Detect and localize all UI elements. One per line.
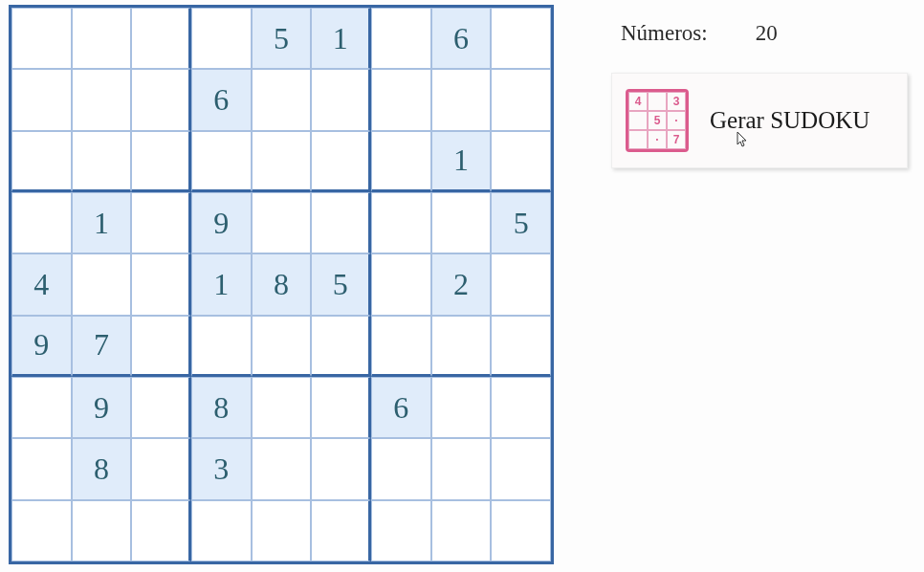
cursor-icon <box>737 131 750 152</box>
sudoku-cell[interactable] <box>131 131 191 192</box>
sudoku-cell[interactable] <box>191 500 252 561</box>
mini-icon-cell: · <box>667 111 686 130</box>
sudoku-cell[interactable] <box>311 316 371 377</box>
sudoku-cell[interactable] <box>252 500 312 561</box>
mini-icon-cell <box>648 92 667 111</box>
sudoku-cell[interactable]: 9 <box>191 192 252 253</box>
sudoku-cell[interactable] <box>191 8 252 69</box>
sudoku-cell[interactable] <box>72 69 132 130</box>
sudoku-cell[interactable] <box>72 8 132 69</box>
sudoku-cell[interactable] <box>491 500 551 561</box>
sudoku-cell[interactable] <box>252 377 312 438</box>
sudoku-cell[interactable] <box>371 316 431 377</box>
sudoku-cell[interactable] <box>131 316 191 377</box>
mini-icon-cell: 7 <box>667 130 686 149</box>
sudoku-icon: 435··7 <box>626 89 689 152</box>
sudoku-cell[interactable]: 8 <box>72 438 132 499</box>
sudoku-cell[interactable] <box>371 8 431 69</box>
sudoku-cell[interactable] <box>431 316 492 377</box>
sudoku-cell[interactable]: 6 <box>191 69 252 130</box>
sudoku-cell[interactable] <box>431 192 492 253</box>
mini-icon-cell: · <box>648 130 667 149</box>
sudoku-cell[interactable]: 7 <box>72 316 132 377</box>
sudoku-cell[interactable] <box>11 69 72 130</box>
sudoku-cell[interactable]: 8 <box>191 377 252 438</box>
sudoku-cell[interactable] <box>311 131 371 192</box>
sudoku-cell[interactable] <box>131 192 191 253</box>
sudoku-cell[interactable] <box>11 377 72 438</box>
mini-icon-cell: 3 <box>667 92 686 111</box>
sudoku-cell[interactable] <box>252 69 312 130</box>
numeros-value: 20 <box>756 21 778 46</box>
generate-button-label: Gerar SUDOKU <box>710 107 869 134</box>
numeros-row: Números: 20 <box>621 21 908 46</box>
sudoku-cell[interactable]: 1 <box>431 131 492 192</box>
sudoku-cell[interactable] <box>311 438 371 499</box>
sudoku-cell[interactable]: 1 <box>311 8 371 69</box>
sudoku-cell[interactable] <box>311 377 371 438</box>
sudoku-cell[interactable]: 5 <box>311 253 371 315</box>
sudoku-cell[interactable] <box>371 500 431 561</box>
sudoku-cell[interactable] <box>491 131 551 192</box>
sudoku-cell[interactable]: 6 <box>431 8 492 69</box>
sudoku-cell[interactable] <box>371 131 431 192</box>
mini-icon-cell <box>628 111 648 130</box>
sudoku-cell[interactable]: 9 <box>72 377 132 438</box>
sudoku-cell[interactable] <box>491 8 551 69</box>
sudoku-cell[interactable]: 3 <box>191 438 252 499</box>
sudoku-cell[interactable] <box>431 69 492 130</box>
sidebar: Números: 20 435··7 Gerar SUDOKU <box>611 21 908 168</box>
sudoku-cell[interactable] <box>491 377 551 438</box>
sudoku-cell[interactable] <box>72 131 132 192</box>
sudoku-cell[interactable] <box>491 253 551 315</box>
sudoku-cell[interactable] <box>191 316 252 377</box>
sudoku-board[interactable]: 51661195418529798683 <box>9 5 554 564</box>
sudoku-cell[interactable] <box>11 8 72 69</box>
sudoku-cell[interactable] <box>371 253 431 315</box>
generate-sudoku-button[interactable]: 435··7 Gerar SUDOKU <box>611 73 908 168</box>
sudoku-cell[interactable] <box>11 192 72 253</box>
sudoku-cell[interactable] <box>311 69 371 130</box>
sudoku-cell[interactable] <box>72 253 132 315</box>
sudoku-cell[interactable]: 2 <box>431 253 492 315</box>
sudoku-cell[interactable] <box>252 131 312 192</box>
sudoku-cell[interactable] <box>371 69 431 130</box>
sudoku-cell[interactable] <box>11 500 72 561</box>
sudoku-cell[interactable]: 6 <box>371 377 431 438</box>
sudoku-cell[interactable]: 5 <box>252 8 312 69</box>
sudoku-cell[interactable] <box>131 500 191 561</box>
sudoku-cell[interactable] <box>431 500 492 561</box>
sudoku-cell[interactable] <box>252 192 312 253</box>
sudoku-cell[interactable]: 9 <box>11 316 72 377</box>
mini-icon-cell: 5 <box>648 111 667 130</box>
mini-icon-cell: 4 <box>628 92 648 111</box>
sudoku-cell[interactable] <box>491 438 551 499</box>
mini-icon-cell <box>628 130 648 149</box>
sudoku-cell[interactable] <box>491 69 551 130</box>
sudoku-cell[interactable] <box>431 438 492 499</box>
sudoku-cell[interactable] <box>252 438 312 499</box>
sudoku-cell[interactable] <box>371 438 431 499</box>
sudoku-cell[interactable] <box>191 131 252 192</box>
sudoku-cell[interactable] <box>311 500 371 561</box>
sudoku-cell[interactable] <box>131 69 191 130</box>
sudoku-cell[interactable] <box>491 316 551 377</box>
sudoku-cell[interactable] <box>131 8 191 69</box>
sudoku-cell[interactable]: 8 <box>252 253 312 315</box>
sudoku-cell[interactable] <box>252 316 312 377</box>
sudoku-cell[interactable] <box>11 131 72 192</box>
sudoku-cell[interactable] <box>131 438 191 499</box>
sudoku-cell[interactable] <box>72 500 132 561</box>
sudoku-cell[interactable] <box>371 192 431 253</box>
sudoku-cell[interactable] <box>11 438 72 499</box>
sudoku-cell[interactable] <box>131 377 191 438</box>
sudoku-cell[interactable] <box>311 192 371 253</box>
sudoku-cell[interactable] <box>431 377 492 438</box>
sudoku-cell[interactable]: 1 <box>72 192 132 253</box>
sudoku-cell[interactable]: 5 <box>491 192 551 253</box>
sudoku-cell[interactable] <box>131 253 191 315</box>
sudoku-cell[interactable]: 4 <box>11 253 72 315</box>
numeros-label: Números: <box>621 21 708 46</box>
sudoku-cell[interactable]: 1 <box>191 253 252 315</box>
